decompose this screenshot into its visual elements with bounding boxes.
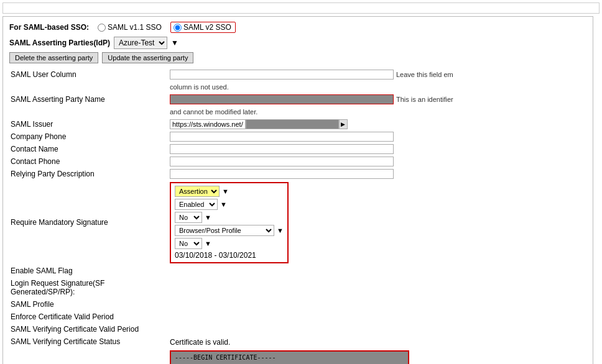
cert-status-text: Certificate is valid. <box>170 338 230 347</box>
saml-v1-text: SAML v1.1 SSO <box>108 23 162 32</box>
cert-date-range: 03/10/2018 - 03/10/2021 <box>175 251 284 260</box>
enforce-cert-select[interactable]: No Yes <box>175 238 202 249</box>
page-container <box>2 2 600 14</box>
idp-row: SAML Asserting Parties(IdP) Azure-Test ▼ <box>9 37 586 49</box>
update-asserting-party-btn[interactable]: Update the asserting party <box>102 52 193 63</box>
enforce-cert-val <box>168 311 586 323</box>
certificate-box: -----BEGIN CERTIFICATE----- -----END CER… <box>170 350 409 364</box>
contact-name-input[interactable] <box>170 144 394 154</box>
enforce-dropdown-row: No Yes ▼ <box>175 238 284 249</box>
assertion-dropdown-row: Assertion Both None ▼ <box>175 186 284 197</box>
saml-user-col-note2: column is not used. <box>170 83 229 91</box>
login-req-sig-label: Login Request Signature(SF Generated/SP/… <box>9 277 168 298</box>
enable-saml-flag-label: Enable SAML Flag <box>9 265 168 277</box>
saml-v1-radio[interactable] <box>98 24 106 32</box>
company-phone-label: Company Phone <box>9 130 168 143</box>
saml-user-col-input[interactable] <box>170 70 394 80</box>
saml-user-col-val: Leave this field em <box>168 68 586 81</box>
saml-v2-text: SAML v2 SSO <box>183 23 231 32</box>
saml-verify-cert-val: -----BEGIN CERTIFICATE----- -----END CER… <box>168 348 586 364</box>
saml-ap-name-input[interactable] <box>170 94 394 104</box>
saml-ap-name-note2-val: and cannot be modified later. <box>168 106 586 118</box>
contact-name-label: Contact Name <box>9 143 168 155</box>
contact-phone-val <box>168 155 586 168</box>
saml-user-col-note2-val: column is not used. <box>168 81 586 93</box>
company-phone-input[interactable] <box>170 132 394 142</box>
idp-label: SAML Asserting Parties(IdP) <box>9 39 110 47</box>
require-mandatory-sig-val: Assertion Both None ▼ Enabled Disabled ▼ <box>168 180 586 265</box>
issuer-prefix-text: https://sts.windows.net/ <box>172 121 243 128</box>
contact-name-val <box>168 143 586 155</box>
header-row: For SAML-based SSO: SAML v1.1 SSO SAML v… <box>9 22 586 33</box>
saml-v2-option[interactable]: SAML v2 SSO <box>170 22 236 33</box>
saml-v2-radio[interactable] <box>174 24 182 32</box>
saml-user-col-note: Leave this field em <box>396 71 453 78</box>
profile-dropdown-arrow: ▼ <box>277 227 284 234</box>
saml-profile-select[interactable]: Browser/Post Profile Artifact Profile <box>175 225 274 236</box>
issuer-row-inner: https://sts.windows.net/ ▶ <box>170 119 348 129</box>
btn-row: Delete the asserting party Update the as… <box>9 52 586 63</box>
no-dropdown-row: No Yes ▼ <box>175 212 284 223</box>
enabled-dropdown-row: Enabled Disabled ▼ <box>175 199 284 210</box>
saml-profile-val <box>168 298 586 311</box>
issuer-prefix-box: https://sts.windows.net/ <box>170 119 246 129</box>
saml-verify-cert-status-val: Certificate is valid. <box>168 335 586 348</box>
main-form: SAML User Column Leave this field em col… <box>9 68 586 364</box>
saml-verify-cert-period-val <box>168 323 586 335</box>
dropdown-arrow-icon: ▼ <box>171 39 178 47</box>
idp-select[interactable]: Azure-Test <box>114 37 167 49</box>
enable-saml-flag-val <box>168 265 586 277</box>
enable-saml-select[interactable]: Enabled Disabled <box>175 199 218 210</box>
saml-user-col-label: SAML User Column <box>9 68 168 81</box>
saml-ap-name-note: This is an identifier <box>396 96 453 103</box>
relying-party-description-label: Relying Party Description <box>9 168 168 180</box>
contact-phone-label: Contact Phone <box>9 155 168 168</box>
relying-party-description-input[interactable] <box>170 169 394 179</box>
saml-ap-name-note2: and cannot be modified later. <box>170 108 257 116</box>
enforce-cert-lbl: Enforce Certificate Valid Period <box>9 311 168 323</box>
saml-verify-cert-lbl: SAML Verifying Certificate <box>9 348 168 364</box>
assertion-dropdown-arrow: ▼ <box>222 188 229 195</box>
saml-verify-cert-status-lbl: SAML Verifying Certificate Status <box>9 335 168 348</box>
saml-ap-name-label: SAML Asserting Party Name <box>9 93 168 106</box>
login-req-select[interactable]: No Yes <box>175 212 202 223</box>
issuer-expand-btn[interactable]: ▶ <box>339 119 348 129</box>
right-red-box: Assertion Both None ▼ Enabled Disabled ▼ <box>170 182 289 263</box>
delete-asserting-party-btn[interactable]: Delete the asserting party <box>9 52 98 63</box>
no-dropdown-arrow: ▼ <box>205 214 211 221</box>
require-mandatory-sig-label: Require Mandatory Signature <box>9 180 168 265</box>
issuer-redacted-input[interactable] <box>246 119 339 129</box>
saml-ap-name-note-lbl <box>9 106 168 118</box>
saml-user-col-note-label <box>9 81 168 93</box>
login-req-sig-val <box>168 277 586 298</box>
profile-dropdown-row: Browser/Post Profile Artifact Profile ▼ <box>175 225 284 236</box>
enforce-dropdown-arrow: ▼ <box>205 240 211 247</box>
saml-issuer-label: SAML Issuer <box>9 118 168 130</box>
relying-party-description-val <box>168 168 586 180</box>
saml-profile-lbl: SAML Profile <box>9 298 168 311</box>
assertion-select[interactable]: Assertion Both None <box>175 186 220 197</box>
cert-begin-text: -----BEGIN CERTIFICATE----- <box>175 354 404 361</box>
for-saml-label: For SAML-based SSO: <box>9 23 89 32</box>
saml-v1-option[interactable]: SAML v1.1 SSO <box>98 23 162 32</box>
enabled-dropdown-arrow: ▼ <box>220 201 227 208</box>
contact-phone-input[interactable] <box>170 157 394 166</box>
saml-ap-name-val: This is an identifier <box>168 93 586 106</box>
saml-verify-cert-period-lbl: SAML Verifying Certificate Valid Period <box>9 323 168 335</box>
saml-issuer-val: https://sts.windows.net/ ▶ <box>168 118 586 130</box>
company-phone-val <box>168 130 586 143</box>
page-wrap: For SAML-based SSO: SAML v1.1 SSO SAML v… <box>2 16 593 364</box>
